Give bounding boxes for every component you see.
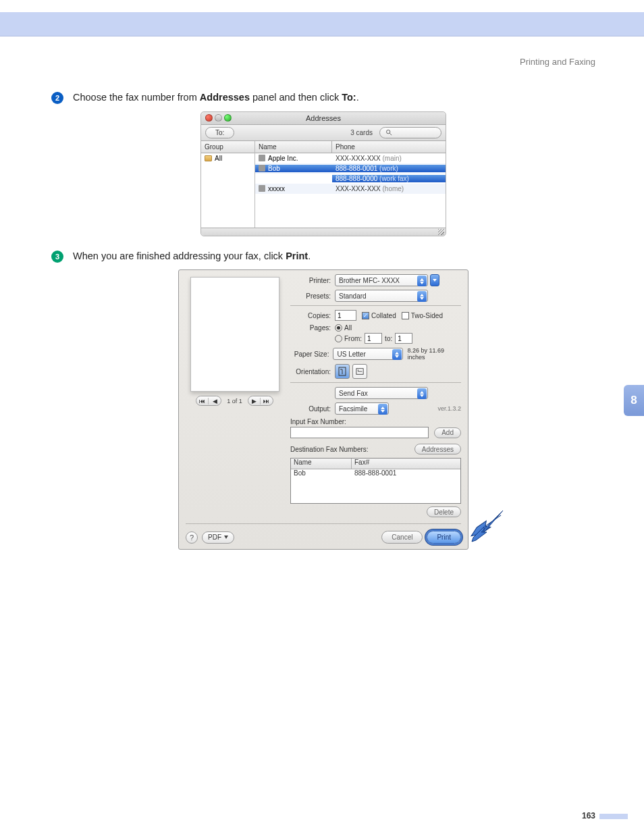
twosided-label: Two-Sided xyxy=(411,312,443,319)
from-input[interactable] xyxy=(365,333,382,344)
delete-button[interactable]: Delete xyxy=(427,506,461,517)
cards-count-label: 3 cards xyxy=(350,129,373,136)
addresses-button[interactable]: Addresses xyxy=(414,444,461,454)
destination-table[interactable]: Name Fax# Bob888-888-0001 xyxy=(290,458,461,504)
dest-row[interactable]: Bob888-888-0001 xyxy=(291,469,460,479)
orientation-portrait-button[interactable] xyxy=(335,364,350,379)
close-icon[interactable] xyxy=(205,114,213,122)
portrait-icon xyxy=(338,367,346,376)
contact-row[interactable]: Bob888-888-0001 (work) xyxy=(255,163,446,174)
phone-header: Phone xyxy=(332,141,446,153)
cancel-button[interactable]: Cancel xyxy=(381,531,423,544)
printer-status-button[interactable] xyxy=(430,274,439,286)
pages-label: Pages: xyxy=(290,324,335,332)
svg-line-1 xyxy=(390,133,392,135)
contact-icon xyxy=(259,165,265,172)
step-2: 2 Choose the fax number from Addresses p… xyxy=(51,91,595,105)
pager-next-buttons[interactable]: ▶⏭ xyxy=(248,396,273,406)
pages-all-radio[interactable] xyxy=(335,324,342,332)
preview-pager: ⏮◀ 1 of 1 ▶⏭ xyxy=(196,396,273,406)
page-number-accent xyxy=(599,814,628,819)
groups-column: Group All xyxy=(201,141,255,228)
version-label: ver.1.3.2 xyxy=(437,405,461,412)
search-icon xyxy=(385,129,392,136)
svg-point-0 xyxy=(387,130,390,134)
orientation-label: Orientation: xyxy=(290,368,335,375)
landscape-icon xyxy=(356,367,364,376)
contact-icon xyxy=(259,185,265,192)
name-header: Name xyxy=(255,141,332,153)
output-label: Output: xyxy=(290,405,335,413)
group-row[interactable]: All xyxy=(201,153,254,164)
dest-name-header: Name xyxy=(291,459,352,469)
addresses-footer xyxy=(201,228,446,236)
output-select[interactable]: Facsimile xyxy=(335,402,389,415)
pdf-menu-button[interactable]: PDF xyxy=(202,531,234,544)
papersize-dims: 8.26 by 11.69 inches xyxy=(407,347,461,361)
resize-handle-icon[interactable] xyxy=(438,229,444,235)
folder-icon xyxy=(205,155,212,161)
input-fax-field[interactable] xyxy=(290,427,429,438)
dest-label: Destination Fax Numbers: xyxy=(290,446,369,453)
collated-label: Collated xyxy=(371,312,396,319)
contact-row[interactable]: Apple Inc.XXX-XXX-XXX (main) xyxy=(255,153,446,163)
input-fax-label: Input Fax Number: xyxy=(290,418,461,425)
collated-checkbox[interactable] xyxy=(362,312,369,319)
pages-from-radio[interactable] xyxy=(335,335,342,342)
window-traffic-lights[interactable] xyxy=(205,114,232,122)
papersize-select[interactable]: US Letter xyxy=(333,348,403,360)
to-button[interactable]: To: xyxy=(205,127,234,138)
addresses-panel: Addresses To: 3 cards Group All Name Pho… xyxy=(200,111,446,236)
contact-row[interactable]: 888-888-0000 (work fax) xyxy=(255,174,446,184)
step-3: 3 When you are finished addressing your … xyxy=(51,250,595,263)
print-preview-page xyxy=(190,277,279,392)
orientation-landscape-button[interactable] xyxy=(352,364,367,379)
papersize-label: Paper Size: xyxy=(290,350,333,358)
step-2-text: Choose the fax number from Addresses pan… xyxy=(73,91,359,105)
from-label: From: xyxy=(344,335,362,342)
help-button[interactable]: ? xyxy=(186,531,198,544)
printer-select[interactable]: Brother MFC- XXXX xyxy=(335,274,428,286)
addresses-toolbar: To: 3 cards xyxy=(201,125,446,141)
printer-label: Printer: xyxy=(290,277,335,284)
page-number: 163 xyxy=(582,811,595,820)
callout-arrow-icon xyxy=(469,506,508,546)
breadcrumb: Printing and Faxing xyxy=(51,57,595,67)
pager-label: 1 of 1 xyxy=(227,398,242,405)
group-header: Group xyxy=(201,141,254,153)
step-2-badge: 2 xyxy=(51,92,63,104)
twosided-checkbox[interactable] xyxy=(402,312,409,319)
contact-icon xyxy=(259,155,265,161)
copies-label: Copies: xyxy=(290,312,335,319)
step-3-text: When you are finished addressing your fa… xyxy=(73,250,311,263)
presets-select[interactable]: Standard xyxy=(335,290,428,302)
svg-marker-5 xyxy=(472,511,503,542)
addresses-window-title: Addresses xyxy=(306,114,341,122)
to-input[interactable] xyxy=(395,333,412,344)
print-button[interactable]: Print xyxy=(427,531,461,544)
contacts-rows: Apple Inc.XXX-XXX-XXX (main)Bob888-888-0… xyxy=(255,153,446,228)
search-input[interactable] xyxy=(379,127,441,138)
pages-all-label: All xyxy=(344,324,352,332)
print-panel-select[interactable]: Send Fax xyxy=(335,387,428,399)
pager-prev-buttons[interactable]: ⏮◀ xyxy=(196,396,221,406)
addresses-body: Group All Name Phone Apple Inc.XXX-XXX-X… xyxy=(201,141,446,228)
chapter-tab: 8 xyxy=(624,385,644,416)
dest-fax-header: Fax# xyxy=(352,459,460,469)
add-button[interactable]: Add xyxy=(434,427,461,438)
zoom-icon[interactable] xyxy=(224,114,232,122)
chevron-down-icon xyxy=(224,536,228,539)
addresses-titlebar: Addresses xyxy=(201,112,446,125)
minimize-icon[interactable] xyxy=(215,114,222,122)
presets-label: Presets: xyxy=(290,292,335,300)
print-dialog: ⏮◀ 1 of 1 ▶⏭ Printer: Brother MFC- XXXX … xyxy=(178,269,468,550)
to-label: to: xyxy=(385,335,392,342)
document-header-bar xyxy=(0,12,644,36)
contact-row[interactable]: xxxxxXXX-XXX-XXX (home) xyxy=(255,184,446,194)
step-3-badge: 3 xyxy=(51,251,63,263)
contacts-column: Name Phone Apple Inc.XXX-XXX-XXX (main)B… xyxy=(255,141,446,228)
copies-input[interactable] xyxy=(335,310,356,321)
